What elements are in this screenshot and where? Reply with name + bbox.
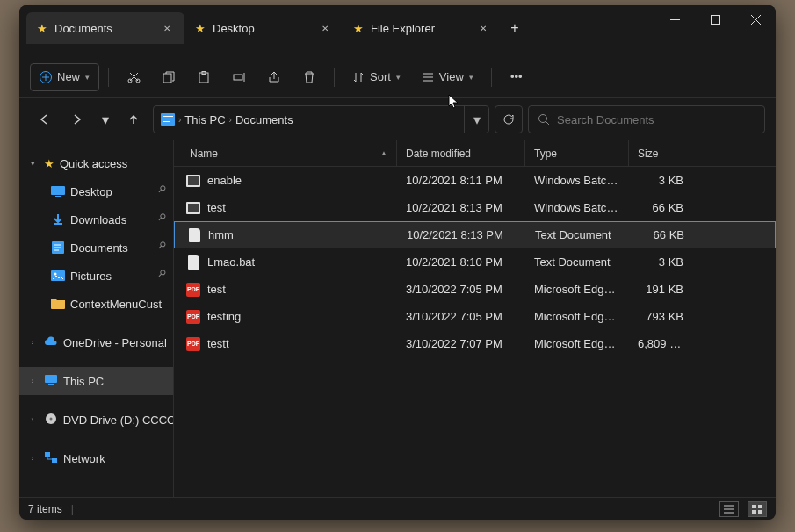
file-size: 191 KB: [629, 283, 697, 296]
file-icon: [187, 228, 201, 242]
paste-button[interactable]: [188, 63, 220, 91]
file-size: 793 KB: [629, 310, 697, 323]
tab-label: Documents: [54, 22, 112, 35]
share-button[interactable]: [258, 63, 290, 91]
nav-this-pc[interactable]: › This PC: [19, 367, 173, 395]
file-row[interactable]: enable 10/2/2021 8:11 PM Windows Batch F…: [174, 167, 776, 194]
maximize-button[interactable]: [695, 5, 735, 33]
file-size: 66 KB: [629, 201, 697, 214]
breadcrumb-box[interactable]: › This PC › Documents ▾: [153, 105, 489, 133]
download-icon: [51, 212, 65, 226]
delete-button[interactable]: [293, 63, 325, 91]
nav-item-label: Documents: [70, 241, 128, 255]
tab[interactable]: ★Documents✕: [26, 12, 184, 44]
list-icon: [422, 72, 434, 83]
share-icon: [268, 71, 280, 83]
chevron-right-icon: ›: [26, 415, 39, 424]
nav-item-label: ContextMenuCust: [70, 298, 162, 311]
sort-icon: [352, 71, 365, 83]
tab[interactable]: ★File Explorer✕: [343, 12, 501, 44]
file-row[interactable]: PDFtest 3/10/2022 7:05 PM Microsoft Edge…: [174, 276, 776, 303]
svg-point-18: [54, 273, 57, 276]
file-name: hmm: [208, 228, 234, 241]
minimize-button[interactable]: [654, 5, 695, 33]
nav-item[interactable]: Downloads⚲: [19, 205, 173, 234]
rename-icon: [233, 71, 246, 83]
nav-quick-access[interactable]: ▾ ★ Quick access: [19, 149, 173, 177]
toolbar-separator: [491, 68, 492, 87]
svg-rect-10: [163, 116, 173, 117]
close-icon[interactable]: ✕: [318, 21, 332, 35]
pc-icon: [44, 374, 58, 389]
svg-rect-12: [163, 121, 170, 122]
file-type: Windows Batch File: [525, 201, 629, 214]
recent-button[interactable]: ▾: [97, 105, 114, 133]
file-date: 10/2/2021 8:13 PM: [397, 201, 525, 214]
file-row[interactable]: Lmao.bat 10/2/2021 8:10 PM Text Document…: [174, 248, 776, 276]
documents-icon: [161, 112, 175, 126]
toolbar-separator: [334, 68, 335, 87]
navigation-pane: ▾ ★ Quick access Desktop⚲Downloads⚲Docum…: [19, 140, 174, 497]
tab-label: Desktop: [213, 22, 255, 35]
svg-rect-23: [45, 452, 50, 457]
nav-item[interactable]: Desktop⚲: [19, 177, 173, 205]
chevron-right-icon: ›: [26, 338, 39, 347]
breadcrumb-item[interactable]: This PC: [184, 113, 225, 126]
file-row[interactable]: test 10/2/2021 8:13 PM Windows Batch Fil…: [174, 194, 776, 221]
chevron-down-icon: ▾: [469, 73, 473, 82]
column-name[interactable]: Name ▲: [174, 140, 397, 166]
nav-onedrive[interactable]: › OneDrive - Personal: [19, 328, 173, 356]
rename-button[interactable]: [223, 63, 255, 91]
chevron-right-icon: ›: [229, 115, 232, 125]
column-date[interactable]: Date modified: [397, 140, 525, 166]
nav-item[interactable]: Documents⚲: [19, 234, 173, 262]
new-button[interactable]: New ▾: [30, 63, 99, 91]
window-controls: [654, 5, 776, 33]
thumbnails-view-toggle[interactable]: [748, 501, 767, 517]
nav-item[interactable]: Pictures⚲: [19, 262, 173, 290]
close-icon[interactable]: ✕: [160, 21, 174, 35]
up-button[interactable]: [119, 105, 148, 133]
breadcrumb-item[interactable]: Documents: [235, 113, 293, 126]
nav-network[interactable]: › Network: [19, 444, 173, 472]
file-type: Text Document: [526, 228, 630, 241]
copy-button[interactable]: [153, 63, 184, 91]
view-label: View: [439, 70, 464, 83]
search-input[interactable]: [557, 113, 755, 126]
view-button[interactable]: View ▾: [413, 63, 482, 91]
file-type: Microsoft Edge P...: [525, 283, 629, 296]
breadcrumb-dropdown[interactable]: ▾: [464, 106, 488, 133]
file-size: 6,809 KB: [629, 337, 697, 350]
cursor-icon: [448, 94, 460, 110]
svg-point-13: [539, 115, 547, 123]
file-row[interactable]: hmm 10/2/2021 8:13 PM Text Document 66 K…: [174, 221, 776, 248]
refresh-button[interactable]: [495, 105, 523, 133]
folder-icon: [51, 297, 65, 311]
forward-button[interactable]: [63, 105, 91, 133]
item-count: 7 items: [28, 503, 62, 515]
search-box[interactable]: [528, 105, 765, 133]
file-row[interactable]: PDFtesting 3/10/2022 7:05 PM Microsoft E…: [174, 303, 776, 330]
file-name: testt: [207, 337, 229, 350]
new-tab-button[interactable]: +: [501, 14, 529, 42]
sort-label: Sort: [370, 70, 391, 83]
sort-button[interactable]: Sort ▾: [343, 63, 409, 91]
cut-button[interactable]: [118, 63, 149, 91]
disc-icon: [44, 412, 58, 428]
nav-item[interactable]: ContextMenuCust: [19, 290, 173, 318]
back-button[interactable]: [30, 105, 58, 133]
details-view-toggle[interactable]: [719, 501, 739, 517]
close-icon[interactable]: ✕: [476, 21, 490, 35]
more-button[interactable]: •••: [501, 63, 532, 91]
file-row[interactable]: PDFtestt 3/10/2022 7:07 PM Microsoft Edg…: [174, 330, 776, 357]
tab[interactable]: ★Desktop✕: [184, 12, 343, 44]
star-icon: ★: [353, 22, 364, 35]
column-type[interactable]: Type: [525, 140, 629, 166]
close-button[interactable]: [735, 5, 776, 33]
nav-dvd-drive[interactable]: › DVD Drive (D:) CCCO: [19, 406, 173, 434]
svg-rect-20: [48, 384, 54, 385]
trash-icon: [303, 71, 315, 83]
file-icon: [186, 174, 200, 188]
column-size[interactable]: Size: [629, 140, 697, 166]
file-name: test: [207, 283, 226, 296]
